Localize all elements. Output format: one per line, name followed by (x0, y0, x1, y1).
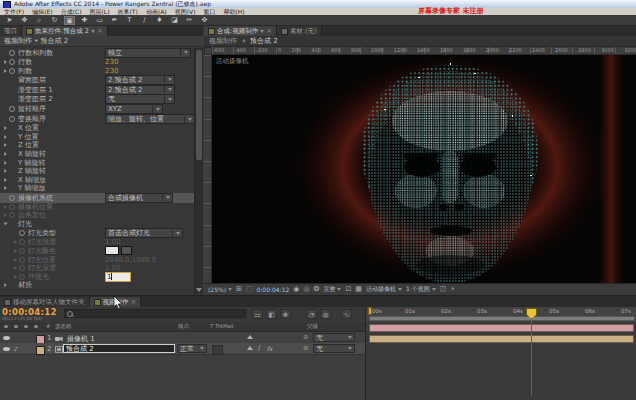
draft-3d-icon[interactable]: ◧ (266, 309, 277, 319)
eye-icon[interactable] (3, 336, 10, 340)
tab-menu-caret-icon[interactable] (91, 30, 95, 33)
expand-arrow-icon[interactable] (4, 169, 7, 173)
stopwatch-icon[interactable] (9, 195, 15, 201)
precomp-layer-bar[interactable] (369, 335, 634, 343)
magnification-dropdown[interactable]: (25%) (208, 286, 232, 293)
expand-arrow-icon[interactable] (4, 205, 7, 209)
menu-window[interactable]: 窗口 (203, 8, 215, 15)
frame-blend-switch-icon[interactable]: ∕ (258, 345, 260, 352)
parent-dropdown[interactable]: 无 (313, 344, 355, 353)
quality-switch-icon[interactable] (247, 346, 253, 350)
brush-tool[interactable]: ∕ (139, 16, 150, 25)
rotation-order-dropdown[interactable]: XYZ (105, 104, 163, 114)
tab-close-icon[interactable]: × (97, 28, 103, 34)
menu-edit[interactable]: 编辑(E) (32, 8, 52, 15)
property-group-lighting[interactable]: 灯光 (0, 220, 195, 229)
stopwatch-icon[interactable] (19, 265, 25, 271)
stopwatch-icon[interactable] (9, 50, 15, 56)
parent-pickwhip-icon[interactable]: ⊘ (303, 334, 308, 341)
layer-name-edit-input[interactable]: 预合成 2 (63, 344, 175, 353)
viewer-timecode[interactable]: 0:00:04:12 (257, 286, 290, 293)
comp-mini-flowchart-icon[interactable]: ⚏ (252, 309, 263, 319)
expand-arrow-icon[interactable] (14, 266, 17, 270)
property-group-y-scale[interactable]: Y 轴缩放 (0, 184, 195, 193)
roto-brush-tool[interactable]: ✏ (184, 16, 195, 25)
stopwatch-icon[interactable] (19, 274, 25, 280)
menu-view[interactable]: 视图(V) (175, 8, 196, 15)
breadcrumb-current-comp[interactable]: 预合成 2 (250, 36, 278, 46)
tab-close-icon[interactable]: × (266, 28, 272, 34)
expand-arrow-icon[interactable] (4, 152, 7, 156)
menu-layer[interactable]: 图层(L) (90, 8, 110, 15)
motion-blur-icon[interactable]: ◍ (320, 309, 331, 319)
menu-animation[interactable]: 动画(A) (146, 8, 167, 15)
scroll-down-icon[interactable] (196, 288, 202, 292)
clone-stamp-tool[interactable]: ♦ (154, 16, 165, 25)
tab-menu-caret-icon[interactable] (260, 30, 264, 33)
eyedropper-icon[interactable] (121, 246, 132, 255)
horizontal-ruler[interactable]: -600-400-2000200400600800100012001400160… (212, 47, 636, 55)
transparency-grid-icon[interactable]: ▦ (355, 285, 362, 294)
menu-file[interactable]: 文件(F) (4, 8, 24, 15)
work-area-bar[interactable] (369, 316, 635, 321)
effects-switch-icon[interactable]: fx (267, 345, 273, 352)
menu-effect[interactable]: 效果(T) (118, 8, 138, 15)
stopwatch-icon[interactable] (19, 230, 25, 236)
gradient-layer-2-dropdown[interactable]: 无 (105, 94, 175, 104)
hide-shy-layers-icon[interactable]: ❖ (280, 309, 291, 319)
camera-system-dropdown[interactable]: 合成摄像机 (105, 193, 173, 203)
parent-dropdown[interactable]: 无 (313, 333, 355, 342)
menu-help[interactable]: 帮助(H) (223, 8, 244, 15)
stopwatch-icon[interactable] (19, 257, 25, 263)
expand-arrow-icon[interactable] (4, 283, 7, 287)
light-type-dropdown[interactable]: 首选合成灯光 (105, 228, 183, 238)
expand-arrow-icon[interactable] (4, 178, 7, 182)
mode-column-header[interactable]: 模式 (178, 322, 189, 331)
tab-footage[interactable]: 素材:(无) (277, 26, 322, 36)
layer-bars-area[interactable] (365, 322, 636, 400)
show-snapshot-icon[interactable]: ◎ (303, 285, 309, 294)
expand-arrow-icon[interactable] (4, 69, 7, 73)
trkmat-column-header[interactable]: T TrkMat (210, 322, 233, 331)
light-color-swatch[interactable] (105, 246, 119, 255)
timeline-search-input[interactable] (64, 309, 246, 318)
audio-icon[interactable]: ♪ (14, 346, 18, 352)
stopwatch-icon[interactable] (9, 106, 15, 112)
unified-camera-tool[interactable]: ▣ (64, 16, 75, 25)
layer-row-precomp[interactable]: ♪ 2 预合成 2 正常 ∕ fx ⊘ 无 (0, 343, 365, 355)
expand-arrow-icon[interactable] (4, 186, 7, 190)
expand-arrow-icon[interactable] (14, 275, 17, 279)
transform-order-dropdown[interactable]: 缩放、旋转、位置 (105, 114, 195, 124)
breadcrumb-parent-comp[interactable]: 视频制作 (209, 36, 237, 46)
scrollbar-thumb[interactable] (196, 50, 202, 160)
zoom-tool[interactable]: ⌕ (34, 16, 45, 25)
rows-columns-dropdown[interactable]: 独立 (105, 48, 191, 58)
region-of-interest-icon[interactable]: ⊡ (345, 285, 351, 294)
expand-arrow-icon[interactable] (14, 240, 17, 244)
shape-tool[interactable]: ▭ (94, 16, 105, 25)
work-area-start-marker[interactable] (368, 307, 372, 315)
tab-effect-controls[interactable]: 效果控件:预合成 2 × (22, 26, 108, 36)
frame-blending-icon[interactable]: ◔ (306, 309, 317, 319)
tab-other-comp[interactable]: 移动屏幕对话人物文件夹 (0, 297, 90, 307)
source-name-column-header[interactable]: 源名称 (55, 322, 72, 331)
hand-tool[interactable]: ✥ (19, 16, 30, 25)
quality-switch-icon[interactable] (247, 335, 253, 339)
camera-layer-bar[interactable] (369, 324, 634, 332)
property-group-material[interactable]: 材质 (0, 281, 195, 290)
view-layout-dropdown[interactable]: 1 个视图 (406, 285, 436, 294)
pixel-aspect-icon[interactable]: ◫ (440, 285, 447, 294)
back-layer-dropdown[interactable]: 2.预合成 2 (105, 75, 175, 85)
pen-tool[interactable]: ✒ (109, 16, 120, 25)
property-row-rotation-order[interactable]: 旋转顺序 XYZ (0, 104, 195, 114)
graph-editor-icon[interactable]: ∿ (341, 309, 352, 319)
selection-tool[interactable]: ➤ (4, 16, 15, 25)
eraser-tool[interactable]: ◪ (169, 16, 180, 25)
label-column-header[interactable]: # (46, 322, 51, 331)
stopwatch-icon[interactable] (9, 68, 15, 74)
expand-arrow-icon[interactable] (4, 126, 7, 130)
rotation-tool[interactable]: ↻ (49, 16, 60, 25)
time-ruler[interactable]: :00s 01s 02s 03s 04s 05s 06s 07s (365, 307, 636, 322)
type-tool[interactable]: T (124, 16, 135, 25)
effect-panel-scrollbar[interactable] (194, 48, 203, 294)
